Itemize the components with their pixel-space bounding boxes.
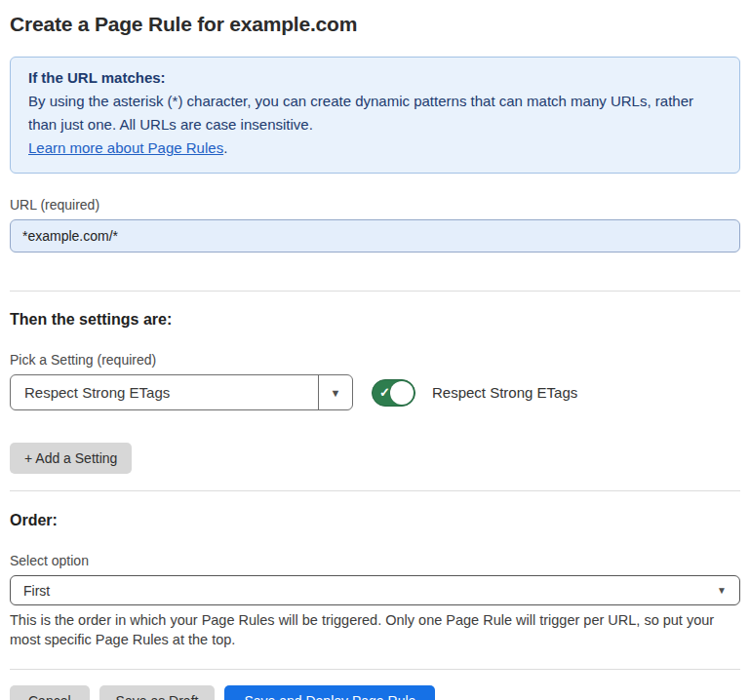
toggle-knob — [390, 381, 414, 405]
cancel-button[interactable]: Cancel — [10, 685, 90, 700]
divider — [10, 669, 740, 670]
save-draft-button[interactable]: Save as Draft — [99, 685, 216, 700]
check-icon: ✓ — [379, 386, 390, 399]
divider — [10, 291, 740, 292]
info-box-body: By using the asterisk (*) character, you… — [28, 90, 722, 136]
add-setting-button[interactable]: + Add a Setting — [10, 443, 132, 474]
setting-toggle[interactable]: ✓ — [372, 379, 415, 407]
settings-section-heading: Then the settings are: — [10, 311, 740, 329]
order-section-heading: Order: — [10, 512, 740, 529]
setting-select-value: Respect Strong ETags — [11, 375, 318, 409]
url-match-info-box: If the URL matches: By using the asteris… — [10, 57, 740, 174]
url-field-label: URL (required) — [10, 197, 740, 213]
setting-row: Respect Strong ETags ▼ ✓ Respect Strong … — [10, 374, 740, 410]
chevron-down-icon: ▼ — [717, 585, 727, 596]
page-rule-form: Create a Page Rule for example.com If th… — [0, 13, 750, 700]
chevron-down-icon[interactable]: ▼ — [318, 375, 352, 409]
toggle-label: Respect Strong ETags — [432, 384, 577, 401]
setting-select[interactable]: Respect Strong ETags ▼ — [10, 374, 353, 410]
order-select-label: Select option — [10, 553, 740, 568]
page-title: Create a Page Rule for example.com — [10, 13, 740, 36]
order-select[interactable]: First ▼ — [10, 575, 740, 605]
order-help-text: This is the order in which your Page Rul… — [10, 611, 740, 649]
link-suffix: . — [223, 139, 227, 156]
learn-more-link[interactable]: Learn more about Page Rules — [28, 139, 223, 156]
info-box-heading: If the URL matches: — [28, 66, 722, 90]
url-input[interactable] — [10, 219, 740, 253]
order-select-value: First — [23, 583, 50, 599]
footer-actions: Cancel Save as Draft Save and Deploy Pag… — [10, 685, 740, 700]
save-deploy-button[interactable]: Save and Deploy Page Rule — [224, 685, 435, 700]
divider — [10, 490, 740, 491]
info-box-link-line: Learn more about Page Rules. — [28, 136, 722, 160]
pick-setting-label: Pick a Setting (required) — [10, 352, 740, 368]
